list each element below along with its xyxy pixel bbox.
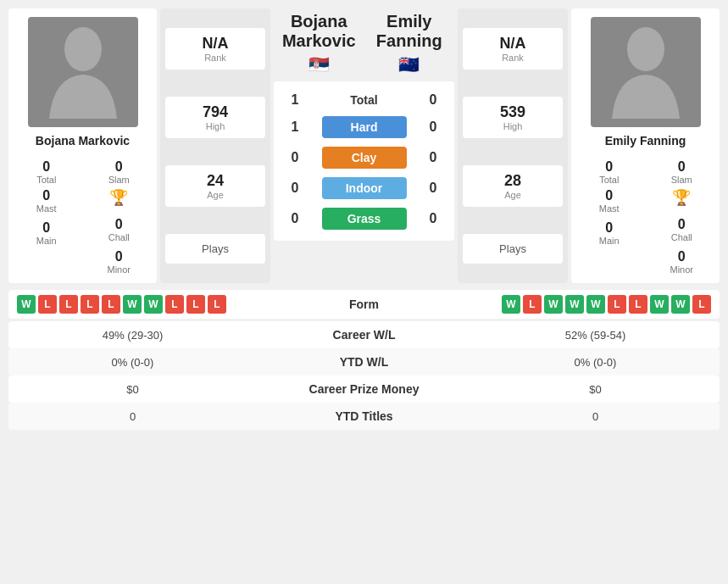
scores-section: 1 Total 0 1 Hard 0 0 Clay 0 0 (274, 81, 454, 241)
player2-silhouette (608, 25, 684, 119)
grass-p2: 0 (420, 211, 446, 226)
row-label-1: YTD W/L (248, 355, 480, 369)
trophy2-icon: 🏆 (651, 188, 714, 207)
p2-mast-label: Mast (578, 203, 641, 214)
stats-rows-container: 49% (29-30)Career W/L52% (59-54)0% (0-0)… (8, 321, 720, 430)
player1-silhouette (45, 25, 121, 119)
player1-name: Bojana Markovic (36, 134, 130, 147)
p2-slam-value: 0 (651, 159, 714, 175)
top-section: Bojana Markovic 0 Total 0 Slam 0 Mast 🏆 (8, 8, 720, 283)
p1-rank-label: Rank (169, 53, 262, 63)
p2-total-label: Total (578, 175, 641, 185)
form-badge-w: W (144, 295, 163, 314)
p1-chall-stat: 0 Chall (88, 217, 151, 246)
p1-form-badges: WLLLLWWLLL (17, 295, 248, 314)
indoor-p1: 0 (282, 181, 308, 196)
form-badge-l: L (608, 295, 626, 314)
center-section: Bojana Markovic 🇷🇸 Emily Fanning 🇳🇿 (274, 8, 454, 283)
grass-button[interactable]: Grass (322, 208, 407, 230)
p2-mast-stat: 0 Mast (578, 188, 641, 214)
p1-main-value: 0 (15, 220, 78, 236)
player1-stats: 0 Total 0 Slam 0 Mast 🏆 0 Main (15, 159, 150, 275)
player2-avatar (591, 17, 701, 127)
hard-row: 1 Hard 0 (282, 112, 446, 142)
p2-chall-label: Chall (651, 232, 714, 242)
p1-chall-value: 0 (88, 217, 151, 232)
form-badge-l: L (59, 295, 78, 314)
form-badge-l: L (81, 295, 99, 314)
stats-row-1: 0% (0-0)YTD W/L0% (0-0) (8, 348, 720, 375)
form-badge-l: L (523, 295, 542, 314)
p1-trophy: 🏆 (88, 188, 151, 214)
p1-high-box: 794 High (165, 97, 265, 138)
p1-minor-label: Minor (88, 264, 151, 275)
p1-total-label: Total (15, 175, 78, 185)
clay-button[interactable]: Clay (322, 147, 407, 169)
hard-button[interactable]: Hard (322, 116, 407, 138)
p2-mast-value: 0 (578, 188, 641, 203)
svg-point-0 (64, 27, 102, 71)
row-label-0: Career W/L (248, 328, 480, 342)
player2-middle-stats: N/A Rank 539 High 28 Age Plays (458, 8, 568, 283)
p1-mast-stat: 0 Mast (15, 188, 78, 214)
form-badge-w: W (671, 295, 690, 314)
row-p2-1: 0% (0-0) (480, 356, 711, 369)
total-p2: 0 (420, 92, 446, 108)
player2-stats: 0 Total 0 Slam 0 Mast 🏆 0 Main (578, 159, 713, 275)
indoor-button[interactable]: Indoor (322, 177, 407, 199)
form-badge-w: W (17, 295, 36, 314)
p2-rank-label: Rank (466, 53, 559, 63)
form-badge-w: W (650, 295, 669, 314)
svg-point-1 (627, 27, 664, 71)
p2-rank-box: N/A Rank (463, 28, 563, 70)
total-p1: 1 (282, 92, 308, 108)
p2-age-box: 28 Age (463, 165, 563, 207)
p2-main-label: Main (578, 236, 641, 246)
p1-header: Bojana Markovic 🇷🇸 (274, 12, 364, 75)
p2-flag-emoji: 🇳🇿 (398, 54, 420, 75)
form-badge-l: L (629, 295, 647, 314)
p2-age-val: 28 (466, 172, 559, 190)
p1-mast-value: 0 (15, 188, 78, 203)
form-badge-l: L (186, 295, 205, 314)
form-badge-l: L (208, 295, 226, 314)
form-badge-w: W (544, 295, 563, 314)
row-label-2: Career Prize Money (248, 382, 480, 396)
form-badge-w: W (586, 295, 605, 314)
p2-high-val: 539 (466, 103, 559, 121)
p2-rank-val: N/A (466, 35, 559, 53)
p2-high-label: High (466, 121, 559, 131)
p2-age-label: Age (466, 190, 559, 200)
form-badge-l: L (692, 295, 711, 314)
p1-age-box: 24 Age (165, 165, 265, 207)
player1-card: Bojana Markovic 0 Total 0 Slam 0 Mast 🏆 (8, 8, 157, 283)
p2-minor-stat: 0 Minor (651, 249, 714, 275)
stats-row-2: $0Career Prize Money$0 (8, 375, 720, 403)
p2-header: Emily Fanning 🇳🇿 (364, 12, 455, 75)
stats-row-0: 49% (29-30)Career W/L52% (59-54) (8, 321, 720, 348)
clay-p1: 0 (282, 150, 308, 165)
p1-slam-label: Slam (88, 175, 151, 185)
form-badge-w: W (502, 295, 520, 314)
p1-rank-box: N/A Rank (165, 28, 265, 70)
p2-chall-value: 0 (651, 217, 714, 232)
p2-slam-label: Slam (651, 175, 714, 185)
p1-age-label: Age (169, 190, 262, 200)
p2-header-flag: 🇳🇿 (364, 54, 455, 75)
p1-plays-box: Plays (165, 234, 265, 264)
p1-high-label: High (169, 121, 262, 131)
p2-total-value: 0 (578, 159, 641, 175)
p1-high-val: 794 (169, 103, 262, 121)
p1-main-stat: 0 Main (15, 220, 78, 246)
p1-header-name: Bojana Markovic (274, 12, 364, 51)
row-p1-2: $0 (17, 383, 248, 396)
form-row: WLLLLWWLLL Form WLWWWLLWWL (8, 290, 720, 319)
p2-main-value: 0 (578, 220, 641, 236)
names-header: Bojana Markovic 🇷🇸 Emily Fanning 🇳🇿 (274, 8, 454, 78)
p1-main-label: Main (15, 236, 78, 246)
player2-name: Emily Fanning (605, 134, 686, 147)
p1-age-val: 24 (169, 172, 262, 190)
form-badge-l: L (102, 295, 120, 314)
total-label: Total (350, 93, 377, 107)
form-badge-w: W (565, 295, 584, 314)
